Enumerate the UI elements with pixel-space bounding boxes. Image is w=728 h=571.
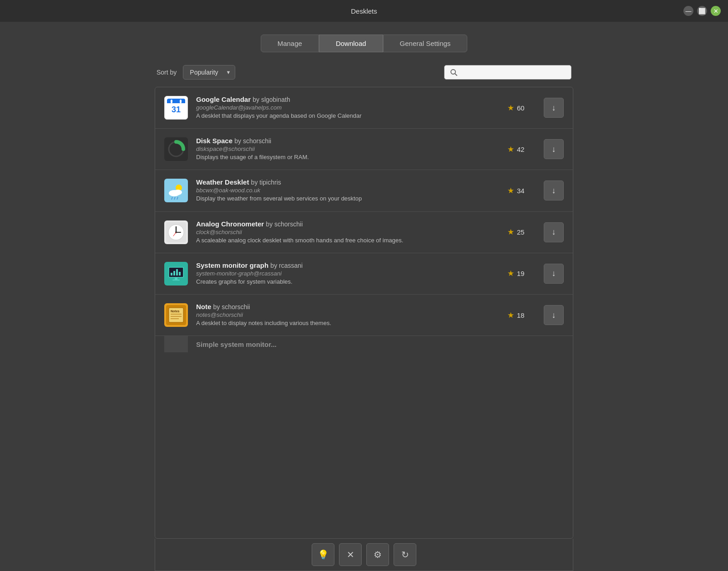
download-button[interactable]: ↓ — [544, 98, 564, 118]
controls-row: Sort by Popularity Name Date — [155, 65, 573, 80]
desklet-name: Analog Chronometer by schorschii — [196, 220, 499, 228]
desklet-rating: ★ 25 — [507, 227, 535, 237]
sort-select[interactable]: Popularity Name Date — [183, 65, 235, 80]
list-item: Disk Space by schorschii diskspace@schor… — [155, 129, 573, 170]
star-icon: ★ — [507, 186, 514, 195]
svg-rect-7 — [180, 100, 182, 103]
svg-rect-4 — [167, 101, 185, 103]
search-icon — [450, 69, 457, 76]
refresh-button[interactable]: ↻ — [394, 543, 416, 566]
remove-icon: ✕ — [347, 549, 354, 560]
tab-general-settings[interactable]: General Settings — [383, 35, 468, 52]
download-button[interactable]: ↓ — [544, 305, 564, 325]
desklet-icon-google-calendar: 31 — [164, 96, 188, 120]
rating-value: 34 — [517, 187, 525, 195]
remove-button[interactable]: ✕ — [339, 543, 362, 566]
tab-download[interactable]: Download — [319, 35, 383, 52]
desklet-icon-partial — [164, 336, 188, 352]
svg-rect-24 — [171, 273, 172, 275]
maximize-icon: ⬜ — [698, 8, 706, 15]
desklet-name: Weather Desklet by tipichris — [196, 178, 499, 186]
desklet-email: clock@schorschii — [196, 229, 499, 235]
tab-bar: Manage Download General Settings — [0, 22, 728, 65]
desklet-rating: ★ 34 — [507, 186, 535, 195]
list-item: 31 Google Calendar by slgobinath googleC… — [155, 87, 573, 129]
svg-rect-6 — [171, 100, 172, 103]
desklet-info: Analog Chronometer by schorschii clock@s… — [196, 220, 499, 245]
rating-value: 42 — [517, 145, 525, 153]
info-button[interactable]: 💡 — [312, 543, 334, 566]
bottom-toolbar: 💡 ✕ ⚙ ↻ — [155, 539, 573, 571]
desklet-icon-system-monitor — [164, 262, 188, 286]
list-item: Notes Note by schorschii notes@schorschi… — [155, 295, 573, 336]
download-button[interactable]: ↓ — [544, 264, 564, 284]
svg-rect-26 — [176, 269, 178, 275]
minimize-button[interactable]: — — [683, 6, 693, 16]
minimize-icon: — — [686, 8, 692, 15]
desklet-info: Weather Desklet by tipichris bbcwx@oak-w… — [196, 178, 499, 203]
desklet-rating: ★ 19 — [507, 269, 535, 278]
desklet-name: Simple system monitor... — [196, 341, 564, 348]
settings-button[interactable]: ⚙ — [366, 543, 389, 566]
star-icon: ★ — [507, 311, 514, 320]
desklet-rating: ★ 18 — [507, 311, 535, 320]
desklet-info: System monitor graph by rcassani system-… — [196, 261, 499, 286]
tab-manage[interactable]: Manage — [261, 35, 319, 52]
download-arrow-icon: ↓ — [552, 311, 556, 320]
sort-label: Sort by — [157, 69, 177, 76]
rating-value: 19 — [517, 270, 525, 277]
svg-point-12 — [174, 190, 182, 195]
desklet-author: by rcassani — [270, 262, 303, 269]
rating-value: 60 — [517, 104, 525, 112]
maximize-button[interactable]: ⬜ — [697, 6, 707, 16]
desklet-email: notes@schorschii — [196, 311, 499, 318]
desklet-info: Disk Space by schorschii diskspace@schor… — [196, 137, 499, 161]
desklet-author: by tipichris — [251, 179, 281, 186]
desklet-icon-weather — [164, 179, 188, 202]
desklet-name: Note by schorschii — [196, 303, 499, 311]
close-button[interactable]: ✕ — [711, 6, 721, 16]
desklet-description: Creates graphs for system variables. — [196, 278, 499, 286]
list-item: Simple system monitor... — [155, 336, 573, 352]
star-icon: ★ — [507, 227, 514, 237]
svg-text:Notes: Notes — [171, 310, 180, 313]
titlebar: Desklets — ⬜ ✕ — [0, 0, 728, 22]
star-icon: ★ — [507, 269, 514, 278]
search-input[interactable] — [460, 69, 566, 76]
desklet-email: system-monitor-graph@rcassani — [196, 270, 499, 277]
main-area: Sort by Popularity Name Date — [155, 65, 573, 571]
desklet-description: Displays the usage of a filesystem or RA… — [196, 153, 499, 161]
desklet-info: Google Calendar by slgobinath googleCale… — [196, 95, 499, 120]
download-button[interactable]: ↓ — [544, 139, 564, 159]
desklet-info: Note by schorschii notes@schorschii A de… — [196, 303, 499, 327]
download-button[interactable]: ↓ — [544, 180, 564, 200]
desklet-author: by schorschii — [266, 220, 303, 228]
desklet-description: Display the weather from several web ser… — [196, 195, 499, 203]
star-icon: ★ — [507, 103, 514, 113]
desklet-author: by schorschii — [234, 137, 271, 145]
desklet-email: googleCalendar@javahelps.com — [196, 104, 499, 111]
download-arrow-icon: ↓ — [552, 186, 556, 195]
list-item: Analog Chronometer by schorschii clock@s… — [155, 212, 573, 253]
desklet-name: Google Calendar by slgobinath — [196, 95, 499, 103]
desklet-meta: ★ 18 ↓ — [507, 305, 564, 325]
rating-value: 25 — [517, 228, 525, 236]
desklet-description: A desklet that displays your agenda base… — [196, 112, 499, 120]
settings-icon: ⚙ — [374, 549, 382, 560]
svg-text:31: 31 — [172, 105, 181, 114]
sort-select-wrapper: Popularity Name Date — [183, 65, 235, 80]
desklet-description: A scaleable analog clock desklet with sm… — [196, 236, 499, 245]
refresh-icon: ↻ — [401, 549, 409, 560]
rating-value: 18 — [517, 311, 525, 319]
download-button[interactable]: ↓ — [544, 222, 564, 242]
close-icon: ✕ — [713, 8, 718, 15]
desklet-icon-clock — [164, 220, 188, 244]
list-item: Weather Desklet by tipichris bbcwx@oak-w… — [155, 170, 573, 211]
desklet-icon-note: Notes — [164, 303, 188, 327]
desklet-email: diskspace@schorschii — [196, 145, 499, 152]
desklet-meta: ★ 19 ↓ — [507, 264, 564, 284]
desklet-email: bbcwx@oak-wood.co.uk — [196, 187, 499, 194]
download-arrow-icon: ↓ — [552, 227, 556, 237]
svg-line-1 — [455, 74, 457, 75]
sort-group: Sort by Popularity Name Date — [157, 65, 235, 80]
